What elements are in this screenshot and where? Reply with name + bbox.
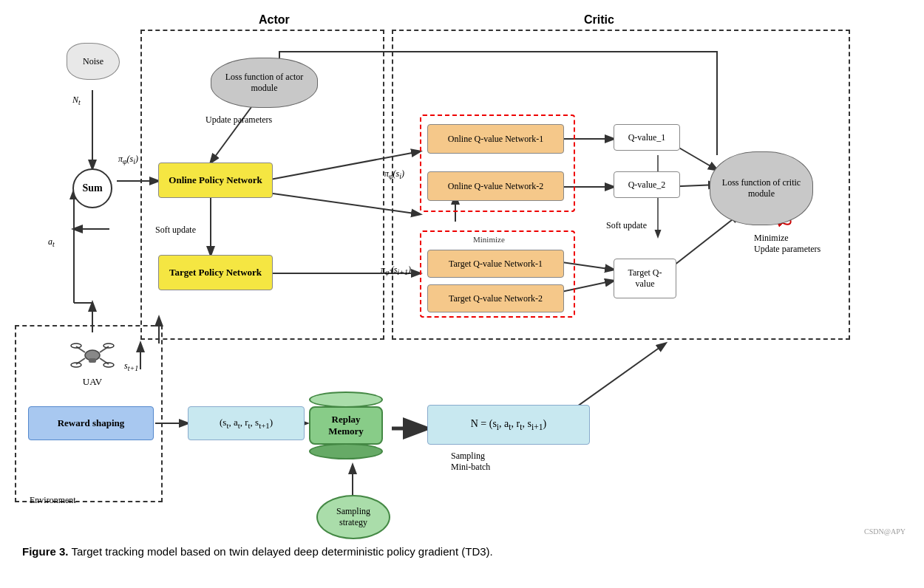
sum-node: Sum (72, 168, 112, 208)
qvalue2-box: Q-value_2 (614, 171, 680, 198)
loss-actor-label: Loss function of actor module (217, 72, 311, 94)
cylinder-bottom (309, 443, 383, 459)
noise-node: Noise (67, 43, 120, 80)
loss-critic-label: Loss function of critic module (719, 177, 804, 199)
update-params-label: Update parameters (205, 114, 272, 126)
cylinder-body: Replay Memory (309, 406, 383, 445)
cylinder-top (309, 392, 383, 408)
qvalue1-box: Q-value_1 (614, 124, 680, 151)
soft-update-critic-label: Soft update (606, 220, 647, 231)
st1-label: st+1 (124, 360, 138, 372)
n-tuple-box: N = (si, at, rt, si+1) (427, 405, 590, 445)
watermark: CSDN@APY (864, 527, 906, 536)
actor-label: Actor (259, 13, 290, 27)
nt-label: Nt (72, 95, 81, 106)
noise-label: Noise (83, 56, 103, 67)
environment-label: Environment (30, 495, 76, 506)
minimize-label-inside: Minimize (473, 235, 505, 244)
reward-shaping-box: Reward shaping (28, 406, 154, 440)
pi-phi-si-label2: πφ(si) (384, 168, 404, 180)
loss-actor-node: Loss function of actor module (211, 58, 318, 108)
svg-rect-38 (89, 358, 96, 363)
caption-bold: Figure 3. (22, 545, 69, 558)
target-qnet2: Target Q-value Network-2 (427, 284, 564, 312)
replay-memory-cylinder: Replay Memory (309, 392, 383, 459)
uav-icon (70, 336, 115, 375)
uav-label: UAV (83, 376, 103, 388)
target-q-box: Target Q- value (614, 259, 676, 298)
main-container: Actor Critic Environment Noise Nt Sum πφ… (0, 0, 924, 565)
critic-label: Critic (584, 13, 614, 27)
at-label: at (48, 236, 55, 248)
sum-label: Sum (82, 182, 102, 194)
online-qnet2: Online Q-value Network-2 (427, 171, 564, 201)
loss-critic-node: Loss function of critic module (710, 151, 813, 225)
sampling-strategy-node: Sampling strategy (316, 495, 390, 539)
target-policy-network: Target Policy Network (158, 255, 273, 290)
uav-node: UAV (67, 332, 118, 392)
online-policy-network: Online Policy Network (158, 163, 273, 198)
diagram-area: Actor Critic Environment Noise Nt Sum πφ… (15, 7, 909, 539)
minimize-update-label: MinimizeUpdate parameters (754, 233, 821, 255)
soft-update-actor-label: Soft update (155, 225, 196, 236)
target-qnet1: Target Q-value Network-1 (427, 250, 564, 278)
sampling-minibatch-label: SamplingMini-batch (451, 451, 490, 473)
pi-phi-prime-label: πφ'(si+1) (381, 264, 411, 276)
pi-phi-si-label1: πφ(si) (118, 154, 138, 165)
tuple-box: (st, at, rt, st+1) (188, 406, 305, 440)
figure-caption: Figure 3. Target tracking model based on… (15, 545, 909, 558)
caption-rest: Target tracking model based on twin dela… (71, 545, 492, 558)
online-qnet1: Online Q-value Network-1 (427, 124, 564, 154)
